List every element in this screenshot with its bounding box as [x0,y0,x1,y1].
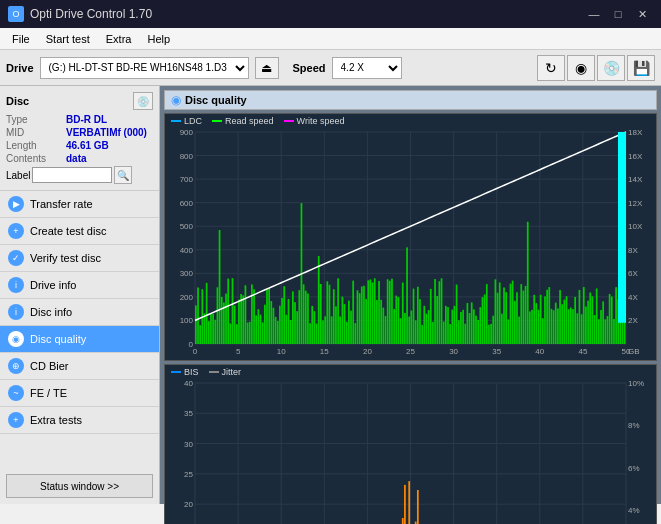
content-area: ◉ Disc quality LDC Read speed W [160,86,661,504]
menu-file[interactable]: File [4,31,38,47]
jitter-dot [209,371,219,373]
read-label: Read speed [225,116,274,126]
label-input[interactable] [32,167,112,183]
jitter-label: Jitter [222,367,242,377]
disc-title: Disc [6,95,29,107]
create-test-disc-icon: + [8,223,24,239]
label-search-button[interactable]: 🔍 [114,166,132,184]
disc-mid-row: MID VERBATIMf (000) [6,127,153,138]
nav-label: CD Bier [30,360,69,372]
upper-chart: LDC Read speed Write speed [164,113,657,361]
status-window-button[interactable]: Status window >> [6,474,153,498]
write-legend: Write speed [284,116,345,126]
type-value: BD-R DL [66,114,107,125]
lower-chart-canvas [165,365,656,524]
toolbar-icons: ↻ ◉ 💿 💾 [537,55,655,81]
sidebar-item-cd-bier[interactable]: ⊕ CD Bier [0,353,159,380]
scan-button[interactable]: ◉ [567,55,595,81]
drivebar: Drive (G:) HL-DT-ST BD-RE WH16NS48 1.D3 … [0,50,661,86]
menu-starttest[interactable]: Start test [38,31,98,47]
sidebar-item-disc-quality[interactable]: ◉ Disc quality [0,326,159,353]
label-label: Label [6,170,30,181]
cd-bier-icon: ⊕ [8,358,24,374]
save-button[interactable]: 💾 [627,55,655,81]
lower-legend: BIS Jitter [165,365,656,379]
sidebar-item-extra-tests[interactable]: + Extra tests [0,407,159,434]
read-dot [212,120,222,122]
menu-help[interactable]: Help [139,31,178,47]
nav-label: Disc quality [30,333,86,345]
transfer-rate-icon: ▶ [8,196,24,212]
disc-quality-title: Disc quality [185,94,247,106]
sidebar-item-drive-info[interactable]: i Drive info [0,272,159,299]
label-row: Label 🔍 [6,166,153,184]
fe-te-icon: ~ [8,385,24,401]
sidebar-item-disc-info[interactable]: i Disc info [0,299,159,326]
mid-value: VERBATIMf (000) [66,127,147,138]
verify-test-disc-icon: ✓ [8,250,24,266]
disc-icon-button[interactable]: 💿 [133,92,153,110]
disc-quality-icon: ◉ [8,331,24,347]
bis-legend: BIS [171,367,199,377]
disc-quality-header: ◉ Disc quality [164,90,657,110]
write-dot [284,120,294,122]
disc-section: Disc 💿 Type BD-R DL MID VERBATIMf (000) … [0,86,159,191]
length-label: Length [6,140,66,151]
sidebar-item-create-test-disc[interactable]: + Create test disc [0,218,159,245]
nav-label: Disc info [30,306,72,318]
sidebar: Disc 💿 Type BD-R DL MID VERBATIMf (000) … [0,86,160,504]
ldc-legend: LDC [171,116,202,126]
jitter-legend: Jitter [209,367,242,377]
refresh-button[interactable]: ↻ [537,55,565,81]
length-value: 46.61 GB [66,140,109,151]
nav-label: Drive info [30,279,76,291]
write-label: Write speed [297,116,345,126]
bis-label: BIS [184,367,199,377]
speed-select[interactable]: 4.2 X [332,57,402,79]
disc-length-row: Length 46.61 GB [6,140,153,151]
sidebar-item-transfer-rate[interactable]: ▶ Transfer rate [0,191,159,218]
sidebar-item-fe-te[interactable]: ~ FE / TE [0,380,159,407]
nav-label: FE / TE [30,387,67,399]
mid-label: MID [6,127,66,138]
eject-button[interactable]: ⏏ [255,57,279,79]
speed-label: Speed [293,62,326,74]
contents-value: data [66,153,87,164]
ldc-label: LDC [184,116,202,126]
window-title: Opti Drive Control 1.70 [30,7,152,21]
app-icon: O [8,6,24,22]
nav-label: Verify test disc [30,252,101,264]
nav-label: Extra tests [30,414,82,426]
disc-quality-panel: ◉ Disc quality LDC Read speed W [160,86,661,524]
main-area: Disc 💿 Type BD-R DL MID VERBATIMf (000) … [0,86,661,504]
type-label: Type [6,114,66,125]
disc-info-icon: i [8,304,24,320]
extra-tests-icon: + [8,412,24,428]
upper-chart-canvas [165,114,656,360]
close-button[interactable]: ✕ [631,5,653,23]
drive-select[interactable]: (G:) HL-DT-ST BD-RE WH16NS48 1.D3 [40,57,249,79]
drive-label: Drive [6,62,34,74]
sidebar-item-verify-test-disc[interactable]: ✓ Verify test disc [0,245,159,272]
lower-chart: BIS Jitter [164,364,657,524]
nav-label: Transfer rate [30,198,93,210]
disc-contents-row: Contents data [6,153,153,164]
bis-dot [171,371,181,373]
upper-legend: LDC Read speed Write speed [165,114,656,128]
window-controls: — □ ✕ [583,5,653,23]
contents-label: Contents [6,153,66,164]
disc-type-row: Type BD-R DL [6,114,153,125]
menu-extra[interactable]: Extra [98,31,140,47]
disc-quality-header-icon: ◉ [171,93,181,107]
ldc-dot [171,120,181,122]
drive-info-icon: i [8,277,24,293]
titlebar: O Opti Drive Control 1.70 — □ ✕ [0,0,661,28]
nav-label: Create test disc [30,225,106,237]
read-legend: Read speed [212,116,274,126]
maximize-button[interactable]: □ [607,5,629,23]
disc-button[interactable]: 💿 [597,55,625,81]
menubar: File Start test Extra Help [0,28,661,50]
minimize-button[interactable]: — [583,5,605,23]
